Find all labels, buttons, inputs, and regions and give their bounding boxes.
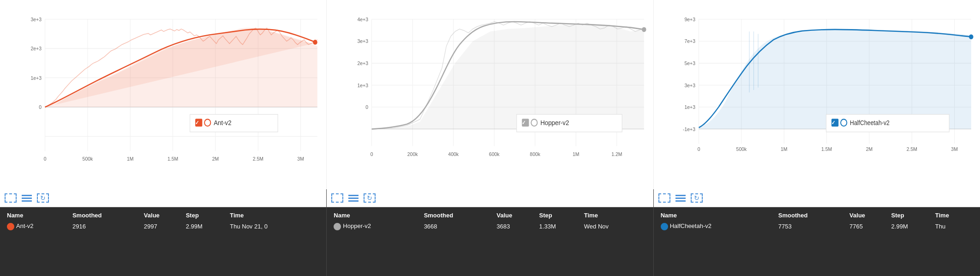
tooltip-hopper-v2: Name Smoothed Value Step Time Hopper-v2 … <box>327 207 653 276</box>
lines-icon-ant-v2[interactable] <box>20 193 33 203</box>
col-header-time-1: Time <box>230 211 319 222</box>
svg-text:400k: 400k <box>448 151 459 157</box>
svg-text:3M: 3M <box>297 156 304 162</box>
svg-text:600k: 600k <box>489 151 500 157</box>
col-header-name-3: Name <box>661 211 778 222</box>
svg-text:3M: 3M <box>951 146 958 152</box>
row-smoothed-ant-v2: 2916 <box>72 222 144 231</box>
svg-text:0: 0 <box>365 104 368 110</box>
col-header-step-2: Step <box>539 211 584 222</box>
svg-text:-1e+3: -1e+3 <box>683 126 695 132</box>
name-label-ant-v2: Ant-v2 <box>16 222 34 229</box>
col-header-time-3: Time <box>935 211 973 222</box>
dot-halfcheetah-v2 <box>661 223 668 230</box>
row-time-ant-v2: Thu Nov 21, 0 <box>230 222 319 231</box>
svg-point-92 <box>969 34 974 39</box>
bottom-panel-halfcheetah-v2: ↻ Name Smoothed Value Step Time Half <box>654 189 980 276</box>
refresh-icon-halfcheetah-v2[interactable]: ↻ <box>691 193 703 203</box>
expand-icon-hopper-v2[interactable] <box>331 193 343 203</box>
svg-text:800k: 800k <box>530 151 541 157</box>
toolbar-ant-v2: ↻ <box>0 189 326 207</box>
svg-text:2.5M: 2.5M <box>253 156 263 162</box>
svg-rect-25 <box>190 114 278 132</box>
row-name-hopper-v2: Hopper-v2 <box>334 222 424 231</box>
toolbar-halfcheetah-v2: ↻ <box>654 189 980 207</box>
dot-ant-v2 <box>7 223 14 230</box>
svg-text:1M: 1M <box>573 151 580 157</box>
svg-text:5e+3: 5e+3 <box>684 60 695 66</box>
row-value-halfcheetah-v2: 7765 <box>849 222 891 231</box>
svg-text:0: 0 <box>370 151 373 157</box>
svg-text:1.5M: 1.5M <box>821 146 832 152</box>
lines-icon-hopper-v2[interactable] <box>347 193 360 203</box>
col-header-step-3: Step <box>891 211 935 222</box>
svg-rect-57 <box>517 114 622 132</box>
expand-icon-ant-v2[interactable] <box>5 193 17 203</box>
svg-text:9e+3: 9e+3 <box>684 16 695 22</box>
chart-svg-ant-v2: 3e+3 2e+3 1e+3 0 0 500k 1M 1.5M 2M 2.5M … <box>23 5 322 175</box>
svg-text:2e+3: 2e+3 <box>358 60 369 66</box>
svg-text:1.5M: 1.5M <box>167 156 178 162</box>
svg-text:3e+3: 3e+3 <box>358 38 369 44</box>
svg-text:Ant-v2: Ant-v2 <box>214 119 232 126</box>
svg-text:2M: 2M <box>866 146 872 152</box>
svg-text:HalfCheetah-v2: HalfCheetah-v2 <box>850 120 890 127</box>
svg-text:1e+3: 1e+3 <box>358 82 369 88</box>
table-row-halfcheetah-v2: HalfCheetah-v2 7753 7765 2.99M Thu <box>661 222 973 231</box>
refresh-icon-hopper-v2[interactable]: ↻ <box>364 193 376 203</box>
col-header-smoothed-3: Smoothed <box>778 211 849 222</box>
row-time-hopper-v2: Wed Nov <box>584 222 646 231</box>
refresh-icon-ant-v2[interactable]: ↻ <box>37 193 49 203</box>
col-header-value-2: Value <box>496 211 539 222</box>
name-label-halfcheetah-v2: HalfCheetah-v2 <box>670 222 711 229</box>
svg-text:1e+3: 1e+3 <box>30 75 42 81</box>
row-smoothed-halfcheetah-v2: 7753 <box>778 222 849 231</box>
table-row-hopper-v2: Hopper-v2 3668 3683 1.33M Wed Nov <box>334 222 646 231</box>
svg-text:1M: 1M <box>781 146 788 152</box>
col-header-name-1: Name <box>7 211 72 222</box>
col-header-value-1: Value <box>144 211 186 222</box>
chart-panel-halfcheetah-v2: 9e+3 7e+3 5e+3 3e+3 1e+3 -1e+3 0 500k 1M… <box>654 0 980 189</box>
svg-point-56 <box>642 27 646 32</box>
row-step-halfcheetah-v2: 2.99M <box>891 222 935 231</box>
svg-text:0: 0 <box>44 156 47 162</box>
svg-text:2e+3: 2e+3 <box>30 46 42 52</box>
svg-point-24 <box>313 40 317 45</box>
tooltip-halfcheetah-v2: Name Smoothed Value Step Time HalfCheeta… <box>654 207 980 276</box>
row-name-halfcheetah-v2: HalfCheetah-v2 <box>661 222 778 231</box>
chart-svg-halfcheetah-v2: 9e+3 7e+3 5e+3 3e+3 1e+3 -1e+3 0 500k 1M… <box>677 5 975 175</box>
chart-panel-hopper-v2: 4e+3 3e+3 2e+3 1e+3 0 0 200k 400k 600k 8… <box>327 0 653 189</box>
row-smoothed-hopper-v2: 3668 <box>424 222 497 231</box>
bottom-panel-hopper-v2: ↻ Name Smoothed Value Step Time Hopp <box>327 189 653 276</box>
table-row-ant-v2: Ant-v2 2916 2997 2.99M Thu Nov 21, 0 <box>7 222 319 231</box>
name-label-hopper-v2: Hopper-v2 <box>343 222 371 229</box>
col-header-name-2: Name <box>334 211 424 222</box>
svg-text:0: 0 <box>697 146 700 152</box>
svg-text:✓: ✓ <box>195 120 199 126</box>
dot-hopper-v2 <box>334 223 341 230</box>
svg-text:500k: 500k <box>83 156 93 162</box>
svg-text:200k: 200k <box>407 151 418 157</box>
svg-text:2M: 2M <box>212 156 219 162</box>
svg-text:3e+3: 3e+3 <box>30 16 42 22</box>
col-header-smoothed-2: Smoothed <box>424 211 497 222</box>
svg-text:500k: 500k <box>736 146 747 152</box>
col-header-smoothed-1: Smoothed <box>72 211 144 222</box>
svg-text:4e+3: 4e+3 <box>358 16 369 22</box>
row-value-hopper-v2: 3683 <box>496 222 539 231</box>
lines-icon-halfcheetah-v2[interactable] <box>674 193 687 203</box>
chart-panel-ant-v2: 3e+3 2e+3 1e+3 0 0 500k 1M 1.5M 2M 2.5M … <box>0 0 327 189</box>
svg-text:0: 0 <box>39 104 42 110</box>
row-value-ant-v2: 2997 <box>144 222 186 231</box>
col-header-value-3: Value <box>849 211 891 222</box>
svg-text:3e+3: 3e+3 <box>684 82 695 88</box>
expand-icon-halfcheetah-v2[interactable] <box>658 193 670 203</box>
svg-text:2.5M: 2.5M <box>906 146 917 152</box>
chart-area-halfcheetah-v2: 9e+3 7e+3 5e+3 3e+3 1e+3 -1e+3 0 500k 1M… <box>677 5 975 175</box>
chart-area-ant-v2: 3e+3 2e+3 1e+3 0 0 500k 1M 1.5M 2M 2.5M … <box>23 5 322 175</box>
toolbar-hopper-v2: ↻ <box>327 189 653 207</box>
row-step-hopper-v2: 1.33M <box>539 222 584 231</box>
bottom-panel-ant-v2: ↻ Name Smoothed Value Step Time Ant- <box>0 189 327 276</box>
svg-text:Hopper-v2: Hopper-v2 <box>540 119 569 126</box>
charts-row: 3e+3 2e+3 1e+3 0 0 500k 1M 1.5M 2M 2.5M … <box>0 0 980 189</box>
